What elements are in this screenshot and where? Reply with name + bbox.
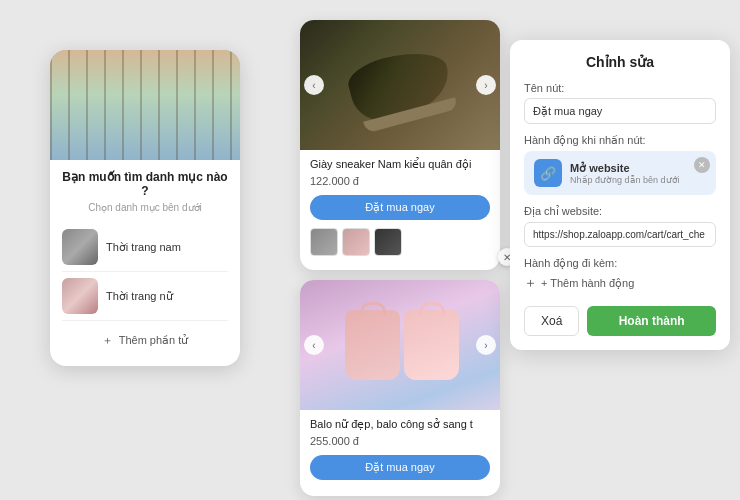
field-nut-input[interactable] [524,98,716,124]
bag-shape-2 [404,310,459,380]
delete-button[interactable]: Xoá [524,306,579,336]
product-title-shoe: Giày sneaker Nam kiểu quân đội [310,158,490,171]
hero-image [50,50,240,160]
website-label: Địa chỉ website: [524,205,716,218]
bag-shape-1 [345,310,400,380]
thumb-women [62,278,98,314]
product-info-shoe: Giày sneaker Nam kiểu quân đội 122.000 đ… [300,150,500,270]
shoe-shape [344,43,456,127]
thumb-mini-1[interactable] [310,228,338,256]
shoe-sole [363,97,458,133]
field-nut-label: Tên nút: [524,82,716,94]
thumbnail-row [310,228,490,262]
plus-icon: ＋ [102,333,113,348]
product-price-shoe: 122.000 đ [310,175,490,187]
action-type-label: Mở website [570,162,680,175]
plus-icon-action: ＋ [524,274,537,292]
list-item[interactable]: Thời trang nữ [62,272,228,321]
nav-left-arrow[interactable]: ‹ [304,75,324,95]
nav-right-arrow[interactable]: › [476,75,496,95]
nav-right-arrow-bag[interactable]: › [476,335,496,355]
card-question: Bạn muốn tìm danh mục nào ? [62,170,228,198]
card-subtitle: Chọn danh mục bên dưới [62,202,228,213]
buy-button-shoe[interactable]: Đặt mua ngay [310,195,490,220]
list-item[interactable]: Thời trang nam [62,223,228,272]
action-block: 🔗 Mở website Nhấp đường dẫn bên dưới ✕ [524,151,716,195]
product-card-shoe: ‹ › Giày sneaker Nam kiểu quân đội 122.0… [300,20,500,270]
list-item-label-men: Thời trang nam [106,241,181,254]
action-subtext: Nhấp đường dẫn bên dưới [570,175,680,185]
product-info-bag: Balo nữ đẹp, balo công sở sang t 255.000… [300,410,500,496]
bottom-actions: Xoá Hoàn thành [524,306,716,336]
shoe-image: ‹ › [300,20,500,150]
buy-button-bag[interactable]: Đặt mua ngay [310,455,490,480]
edit-panel-title: Chỉnh sửa [524,54,716,70]
product-section: ‹ › Giày sneaker Nam kiểu quân đội 122.0… [300,20,500,500]
edit-panel: Chỉnh sửa Tên nút: Hành động khi nhấn nú… [510,40,730,350]
add-element-button[interactable]: ＋ Thêm phần tử [62,325,228,356]
add-action-label: + Thêm hành động [541,277,634,290]
website-input[interactable] [524,222,716,247]
action-label: Hành động khi nhấn nút: [524,134,716,147]
product-title-bag: Balo nữ đẹp, balo công sở sang t [310,418,490,431]
action-close-button[interactable]: ✕ [694,157,710,173]
list-item-label-women: Thời trang nữ [106,290,173,303]
left-category-card: Bạn muốn tìm danh mục nào ? Chọn danh mụ… [50,50,240,366]
thumb-men [62,229,98,265]
product-price-bag: 255.000 đ [310,435,490,447]
product-card-bag: ‹ › Balo nữ đẹp, balo công sở sang t 255… [300,280,500,496]
extra-action-label: Hành động đi kèm: [524,257,716,270]
thumb-mini-3[interactable] [374,228,402,256]
card-body: Bạn muốn tìm danh mục nào ? Chọn danh mụ… [50,160,240,366]
nav-left-arrow-bag[interactable]: ‹ [304,335,324,355]
add-action-button[interactable]: ＋ + Thêm hành động [524,274,716,292]
action-text-block: Mở website Nhấp đường dẫn bên dưới [570,162,680,185]
bag-image: ‹ › [300,280,500,410]
complete-button[interactable]: Hoàn thành [587,306,716,336]
thumb-mini-2[interactable] [342,228,370,256]
clothes-rack-bg [50,50,240,160]
link-symbol: 🔗 [540,166,556,181]
close-icon: ✕ [698,160,706,170]
add-element-label: Thêm phần tử [119,334,189,347]
link-icon: 🔗 [534,159,562,187]
